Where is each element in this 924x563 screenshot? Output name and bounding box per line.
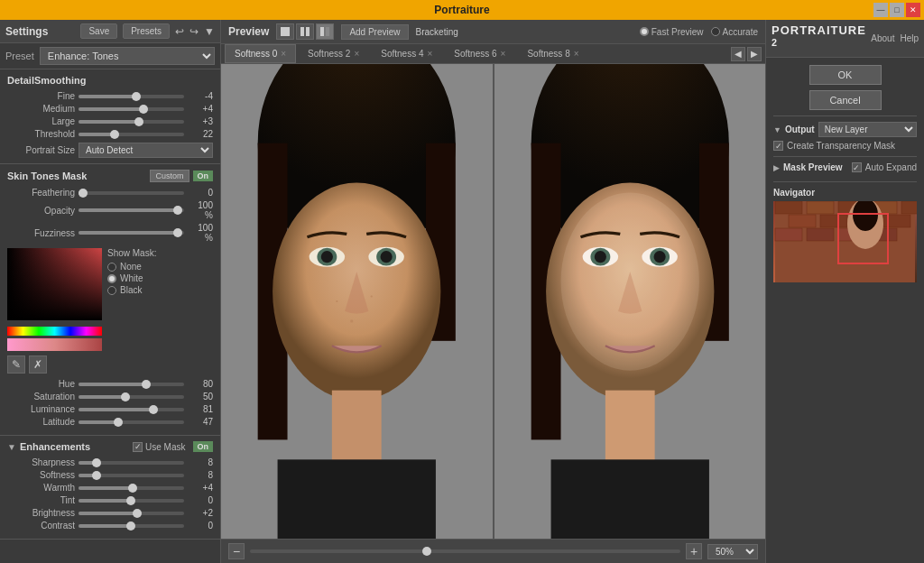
fuzziness-slider[interactable] bbox=[79, 231, 184, 235]
saturation-label: Saturation bbox=[7, 392, 75, 401]
picker-tools: ✎ ✗ bbox=[7, 355, 102, 374]
accurate-radio[interactable]: Accurate bbox=[711, 27, 758, 37]
zoom-out-button[interactable]: − bbox=[228, 543, 245, 559]
tab-nav-next[interactable]: ▶ bbox=[747, 47, 762, 61]
use-mask-checkbox-row[interactable]: ✓ Use Mask bbox=[133, 442, 185, 452]
zoom-thumb[interactable] bbox=[422, 547, 431, 556]
hue-bar[interactable] bbox=[7, 327, 102, 336]
sharpness-slider[interactable] bbox=[79, 461, 184, 465]
about-link[interactable]: About bbox=[871, 33, 894, 43]
feathering-slider-row: Feathering 0 bbox=[7, 188, 213, 198]
output-expand-icon[interactable]: ▼ bbox=[773, 125, 781, 134]
eyedropper-remove-tool[interactable]: ✗ bbox=[29, 355, 47, 374]
latitude-slider[interactable] bbox=[79, 420, 184, 424]
medium-slider[interactable] bbox=[79, 107, 184, 111]
presets-button[interactable]: Presets bbox=[123, 23, 170, 39]
medium-value: +4 bbox=[188, 104, 213, 114]
tab-nav-prev[interactable]: ◀ bbox=[731, 47, 745, 61]
tab-softness-0-close[interactable]: × bbox=[281, 49, 286, 59]
layout-single-btn[interactable] bbox=[276, 23, 294, 40]
zoom-slider[interactable] bbox=[250, 549, 680, 553]
maximize-button[interactable]: □ bbox=[890, 3, 904, 17]
tab-softness-6-close[interactable]: × bbox=[501, 49, 506, 59]
auto-expand-row[interactable]: ✓ Auto Expand bbox=[852, 162, 917, 172]
show-mask-black-row[interactable]: Black bbox=[107, 285, 156, 295]
enhancements-on-button[interactable]: On bbox=[193, 441, 214, 452]
hue-slider[interactable] bbox=[79, 383, 184, 386]
use-mask-checkbox[interactable]: ✓ bbox=[133, 442, 143, 452]
show-mask-none-radio[interactable] bbox=[107, 263, 116, 272]
tint-slider[interactable] bbox=[79, 499, 184, 503]
show-mask-white-radio[interactable] bbox=[107, 274, 116, 283]
show-mask-none-row[interactable]: None bbox=[107, 262, 156, 272]
fuzziness-slider-row: Fuzziness 100 % bbox=[7, 223, 213, 243]
zoom-in-button[interactable]: + bbox=[686, 543, 702, 559]
help-link[interactable]: Help bbox=[900, 33, 919, 43]
layout-split-btn[interactable] bbox=[296, 23, 314, 40]
fast-preview-radio-btn[interactable] bbox=[640, 27, 649, 36]
layout-compare-btn[interactable] bbox=[316, 23, 334, 40]
panel-menu-icon[interactable]: ▼ bbox=[204, 25, 215, 38]
opacity-slider[interactable] bbox=[79, 208, 184, 212]
color-gradient[interactable] bbox=[7, 248, 102, 320]
eyedropper-add-tool[interactable]: ✎ bbox=[7, 355, 25, 374]
tab-softness-8[interactable]: Softness 8 × bbox=[517, 44, 588, 63]
luminance-slider[interactable] bbox=[79, 408, 184, 411]
minimize-button[interactable]: — bbox=[873, 3, 888, 17]
preset-select[interactable]: Enhance: Tones Smooth Subtle bbox=[40, 47, 215, 65]
output-section: ▼ Output New Layer Current Layer ✓ Creat… bbox=[773, 115, 917, 151]
fast-preview-radio[interactable]: Fast Preview bbox=[640, 27, 704, 37]
pink-bar[interactable] bbox=[7, 338, 102, 351]
tab-softness-2-label: Softness 2 bbox=[308, 49, 350, 59]
contrast-slider[interactable] bbox=[79, 524, 184, 528]
threshold-slider[interactable] bbox=[79, 133, 184, 136]
brightness-label: Brightness bbox=[7, 508, 75, 518]
preview-title: Preview bbox=[228, 25, 269, 38]
saturation-slider[interactable] bbox=[79, 395, 184, 399]
create-transparency-row[interactable]: ✓ Create Transparency Mask bbox=[773, 141, 917, 151]
about-help-links: About Help bbox=[871, 33, 919, 43]
show-mask-black-radio[interactable] bbox=[107, 286, 116, 295]
skin-on-button[interactable]: On bbox=[193, 171, 214, 181]
tab-softness-0[interactable]: Softness 0 × bbox=[225, 44, 296, 63]
undo-icon[interactable]: ↩ bbox=[175, 25, 184, 38]
tab-softness-2[interactable]: Softness 2 × bbox=[298, 44, 369, 63]
portrait-size-select[interactable]: Auto Detect Small Medium Large bbox=[79, 143, 213, 158]
fine-slider[interactable] bbox=[79, 95, 184, 98]
close-button[interactable]: ✕ bbox=[906, 3, 920, 17]
softness-slider[interactable] bbox=[79, 474, 184, 477]
mask-preview-expand-icon[interactable]: ▶ bbox=[773, 163, 780, 172]
save-button[interactable]: Save bbox=[80, 23, 117, 39]
create-transparency-checkbox[interactable]: ✓ bbox=[773, 141, 783, 151]
navigator-thumbnail[interactable] bbox=[773, 201, 917, 282]
tab-softness-6[interactable]: Softness 6 × bbox=[444, 44, 515, 63]
output-select[interactable]: New Layer Current Layer bbox=[818, 122, 917, 137]
cancel-button[interactable]: Cancel bbox=[809, 90, 882, 110]
ok-button[interactable]: OK bbox=[809, 65, 882, 85]
preview-image-left[interactable] bbox=[221, 64, 493, 539]
accurate-radio-btn[interactable] bbox=[711, 27, 720, 36]
large-slider[interactable] bbox=[79, 120, 184, 124]
latitude-slider-row: Latitude 47 bbox=[7, 417, 213, 427]
navigator-section: Navigator bbox=[773, 181, 917, 282]
auto-expand-checkbox[interactable]: ✓ bbox=[852, 162, 862, 172]
tab-softness-2-close[interactable]: × bbox=[354, 49, 359, 59]
custom-button[interactable]: Custom bbox=[150, 170, 189, 182]
bracketing-button[interactable]: Bracketing bbox=[416, 27, 458, 37]
show-mask-black-label: Black bbox=[120, 285, 142, 295]
redo-icon[interactable]: ↪ bbox=[189, 25, 199, 38]
tab-softness-8-close[interactable]: × bbox=[574, 49, 579, 59]
show-mask-none-label: None bbox=[120, 262, 142, 272]
tab-softness-4-close[interactable]: × bbox=[427, 49, 432, 59]
feathering-slider[interactable] bbox=[79, 191, 184, 195]
add-preview-button[interactable]: Add Preview bbox=[341, 24, 408, 40]
tab-softness-4[interactable]: Softness 4 × bbox=[371, 44, 442, 63]
zoom-select[interactable]: 50% 25% 75% 100% bbox=[707, 544, 758, 559]
preview-image-right[interactable] bbox=[494, 64, 766, 539]
warmth-slider[interactable] bbox=[79, 486, 184, 490]
brightness-slider[interactable] bbox=[79, 512, 184, 515]
preview-footer: − + 50% 25% 75% 100% bbox=[221, 539, 765, 563]
color-picker-area: ✎ ✗ Show Mask: None White bbox=[7, 248, 213, 374]
enhancements-expand-icon[interactable]: ▼ bbox=[7, 442, 16, 452]
show-mask-white-row[interactable]: White bbox=[107, 273, 156, 283]
